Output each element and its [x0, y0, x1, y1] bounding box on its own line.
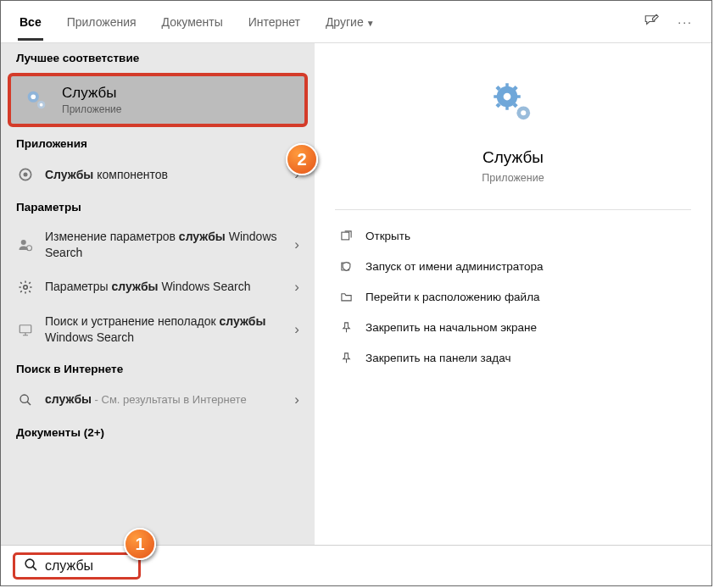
best-match-item[interactable]: Службы Приложение [8, 73, 308, 127]
result-settings-0[interactable]: Изменение параметров службы Windows Sear… [1, 220, 315, 269]
tab-apps[interactable]: Приложения [65, 3, 138, 41]
result-settings-2[interactable]: Поиск и устранение неполадок службы Wind… [1, 305, 315, 354]
chevron-right-icon: › [294, 236, 299, 253]
svg-rect-17 [516, 95, 521, 98]
divider [335, 209, 691, 210]
search-bar [1, 545, 711, 585]
result-label: Поиск и устранение неполадок службы Wind… [45, 313, 294, 346]
detail-title: Службы [315, 148, 711, 167]
action-open[interactable]: Открыть [328, 220, 698, 251]
more-icon[interactable]: ··· [678, 15, 693, 29]
result-internet-0[interactable]: службы - См. результаты в Интернете › [1, 382, 315, 418]
svg-point-5 [24, 173, 28, 177]
svg-rect-14 [505, 83, 509, 87]
action-label: Закрепить на начальном экране [365, 321, 537, 334]
result-label: службы - См. результаты в Интернете [45, 391, 294, 408]
results-panel: Лучшее соответствие Службы Приложение Пр… [1, 43, 315, 545]
component-services-icon [16, 165, 35, 184]
svg-point-26 [25, 559, 34, 568]
folder-icon [338, 289, 354, 304]
open-icon [338, 228, 354, 243]
chevron-right-icon: › [294, 321, 299, 338]
detail-panel: Службы Приложение Открыть Запуск от имен… [315, 43, 711, 545]
search-icon [16, 391, 35, 409]
action-label: Запуск от имени администратора [365, 260, 544, 273]
svg-point-8 [24, 286, 28, 290]
tab-bar: Все Приложения Документы Интернет Другие… [1, 1, 711, 43]
services-large-icon [488, 77, 538, 128]
svg-point-13 [504, 93, 511, 101]
best-match-title: Службы [62, 85, 293, 102]
svg-point-1 [31, 94, 36, 99]
section-settings: Параметры [1, 192, 315, 220]
svg-rect-16 [494, 95, 498, 98]
section-best-match: Лучшее соответствие [1, 43, 315, 71]
tab-internet[interactable]: Интернет [247, 3, 302, 41]
tab-documents[interactable]: Документы [160, 3, 225, 41]
result-label: Параметры службы Windows Search [45, 279, 294, 295]
gears-icon [23, 86, 50, 114]
section-apps: Приложения [1, 129, 315, 157]
pin-icon [338, 319, 354, 335]
annotation-badge-1: 1 [124, 528, 156, 560]
svg-rect-9 [20, 325, 31, 332]
svg-rect-15 [505, 106, 509, 110]
action-label: Открыть [365, 230, 410, 242]
section-internet: Поиск в Интернете [1, 354, 315, 382]
chevron-right-icon: › [294, 279, 299, 296]
tab-other[interactable]: Другие▼ [324, 3, 377, 41]
chevron-right-icon: › [294, 391, 299, 408]
detail-subtitle: Приложение [315, 172, 711, 184]
annotation-badge-2: 2 [286, 143, 318, 175]
best-match-subtitle: Приложение [62, 103, 293, 115]
result-apps-0[interactable]: Службы компонентов › [1, 157, 315, 192]
svg-point-23 [521, 110, 526, 115]
chevron-down-icon: ▼ [366, 19, 375, 28]
svg-line-27 [33, 566, 36, 569]
user-settings-icon [16, 236, 35, 254]
action-pin-start[interactable]: Закрепить на начальном экране [328, 312, 698, 342]
svg-rect-24 [341, 232, 349, 240]
action-run-admin[interactable]: Запуск от имени администратора [328, 251, 698, 281]
search-icon [24, 557, 38, 574]
svg-point-10 [20, 395, 28, 402]
search-box[interactable] [13, 552, 141, 580]
result-label: Изменение параметров службы Windows Sear… [45, 229, 294, 261]
section-documents: Документы (2+) [1, 418, 315, 446]
gear-icon [16, 278, 35, 297]
svg-point-6 [21, 240, 26, 245]
result-settings-1[interactable]: Параметры службы Windows Search › [1, 269, 315, 305]
pin-icon [338, 350, 354, 365]
tab-all[interactable]: Все [18, 3, 43, 41]
action-pin-taskbar[interactable]: Закрепить на панели задач [328, 342, 698, 373]
svg-point-3 [40, 103, 43, 107]
troubleshoot-icon [16, 320, 35, 339]
search-input[interactable] [45, 558, 130, 574]
svg-line-11 [27, 402, 31, 405]
action-label: Закрепить на панели задач [365, 352, 510, 364]
feedback-icon[interactable] [644, 13, 659, 31]
admin-icon [338, 258, 354, 274]
action-label: Перейти к расположению файла [365, 291, 540, 303]
result-label: Службы компонентов [45, 167, 294, 183]
action-file-location[interactable]: Перейти к расположению файла [328, 281, 698, 312]
